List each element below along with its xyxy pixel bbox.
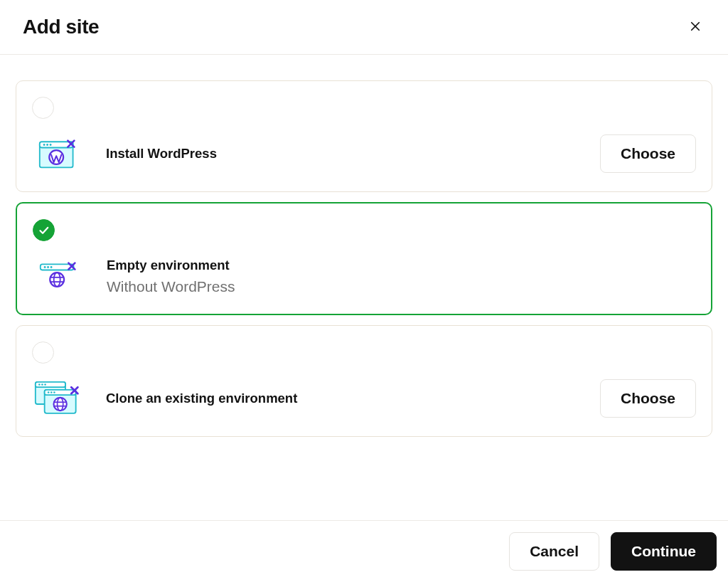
option-title: Clone an existing environment — [106, 390, 577, 407]
radio-install-wordpress[interactable] — [32, 97, 54, 119]
dialog-title: Add site — [23, 16, 99, 38]
option-clone-environment[interactable]: Clone an existing environment Choose — [16, 325, 712, 437]
close-icon — [689, 20, 702, 35]
svg-point-30 — [53, 392, 55, 394]
svg-point-4 — [43, 144, 46, 146]
dialog-body: Install WordPress Choose — [0, 55, 728, 437]
svg-point-13 — [47, 266, 49, 268]
svg-point-14 — [50, 266, 53, 268]
svg-point-31 — [54, 398, 67, 411]
clone-browser-icon — [34, 381, 81, 416]
close-button[interactable] — [685, 17, 705, 37]
svg-point-5 — [46, 144, 48, 146]
choose-button-install-wordpress[interactable]: Choose — [600, 134, 696, 173]
svg-point-23 — [38, 384, 41, 386]
cancel-button[interactable]: Cancel — [509, 532, 599, 571]
svg-point-15 — [50, 273, 64, 287]
option-empty-environment[interactable]: Empty environment Without WordPress — [16, 202, 712, 315]
option-subtitle: Without WordPress — [107, 278, 695, 295]
svg-point-24 — [41, 384, 43, 386]
option-install-wordpress[interactable]: Install WordPress Choose — [16, 80, 712, 192]
wordpress-browser-icon — [38, 138, 77, 169]
dialog-footer: Cancel Continue — [0, 520, 728, 582]
dialog-header: Add site — [0, 0, 728, 55]
svg-point-29 — [50, 392, 53, 394]
svg-point-12 — [44, 266, 46, 268]
choose-button-clone-environment[interactable]: Choose — [600, 379, 696, 418]
radio-empty-environment[interactable] — [33, 219, 55, 241]
svg-point-28 — [48, 392, 50, 394]
svg-point-25 — [44, 384, 46, 386]
globe-browser-icon — [39, 260, 77, 291]
option-title: Install WordPress — [106, 145, 577, 162]
svg-point-6 — [50, 144, 52, 146]
option-title: Empty environment — [107, 257, 695, 274]
radio-clone-environment[interactable] — [32, 342, 54, 364]
continue-button[interactable]: Continue — [611, 532, 717, 571]
